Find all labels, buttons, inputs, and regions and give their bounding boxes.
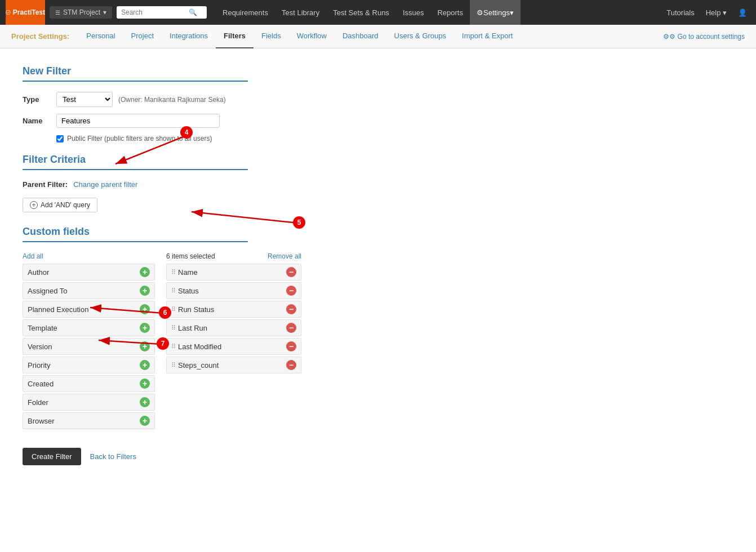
tab-fields[interactable]: Fields	[254, 25, 289, 48]
owner-text: (Owner: Manikanta Rajkumar Seka)	[118, 96, 226, 104]
nav-links: Requirements Test Library Test Sets & Ru…	[216, 0, 663, 25]
list-item: Priority +	[23, 357, 155, 373]
list-item: ⠿ Run Status −	[166, 301, 301, 318]
tab-import-export[interactable]: Import & Export	[454, 25, 521, 48]
remove-last-run-icon[interactable]: −	[286, 323, 296, 333]
type-select[interactable]: Test	[56, 92, 113, 107]
remove-all-link[interactable]: Remove all	[268, 252, 301, 260]
add-browser-icon[interactable]: +	[140, 416, 150, 426]
drag-handle-icon: ⠿	[171, 269, 176, 276]
tab-dashboard[interactable]: Dashboard	[335, 25, 386, 48]
account-settings-link[interactable]: ⚙⚙ Go to account settings	[663, 33, 745, 41]
tab-filters[interactable]: Filters	[216, 25, 254, 48]
selected-top-row: 6 items selected Remove all	[166, 252, 301, 260]
selected-fields-panel: 6 items selected Remove all ⠿ Name − ⠿ S…	[166, 252, 301, 375]
remove-run-status-icon[interactable]: −	[286, 304, 296, 314]
list-item: ⠿ Steps_count −	[166, 357, 301, 373]
type-row: Type Test (Owner: Manikanta Rajkumar Sek…	[23, 92, 484, 107]
svg-point-0	[6, 10, 10, 14]
list-item: Created +	[23, 375, 155, 392]
create-filter-button[interactable]: Create Filter	[23, 448, 81, 465]
remove-steps-count-icon[interactable]: −	[286, 360, 296, 370]
list-item: Author +	[23, 264, 155, 281]
tab-workflow[interactable]: Workflow	[289, 25, 335, 48]
settings-tabs-bar: Project Settings: Personal Project Integ…	[0, 25, 756, 48]
list-item: ⠿ Last Modified −	[166, 338, 301, 355]
type-label: Type	[23, 95, 56, 104]
public-filter-label: Public Filter (public filters are shown …	[67, 135, 212, 143]
list-item: Folder +	[23, 394, 155, 411]
custom-fields-layout: Add all Author + Assigned To + Planned E…	[23, 252, 484, 431]
app-logo[interactable]: PractiTest	[6, 0, 45, 25]
add-planned-execution-icon[interactable]: +	[140, 304, 150, 314]
search-input[interactable]	[121, 8, 189, 16]
name-row: Name	[23, 114, 484, 128]
drag-handle-icon: ⠿	[171, 306, 176, 313]
list-item: Browser +	[23, 412, 155, 429]
nav-requirements[interactable]: Requirements	[216, 0, 275, 25]
custom-fields-title: Custom fields	[23, 226, 248, 242]
add-and-query-button[interactable]: + Add 'AND' query	[23, 198, 97, 212]
remove-last-modified-icon[interactable]: −	[286, 341, 296, 351]
add-version-icon[interactable]: +	[140, 341, 150, 351]
badge-5: 5	[293, 216, 305, 229]
top-navigation: PractiTest ☰ STM Project ▾ 🔍 Requirement…	[0, 0, 756, 25]
add-template-icon[interactable]: +	[140, 323, 150, 333]
settings-label: Project Settings:	[11, 32, 69, 41]
nav-help[interactable]: Help ▾	[702, 8, 730, 17]
selected-count: 6 items selected	[166, 252, 215, 260]
user-icon[interactable]: 👤	[735, 8, 750, 17]
search-icon: 🔍	[189, 8, 197, 16]
list-item: Version +	[23, 338, 155, 355]
remove-name-icon[interactable]: −	[286, 267, 296, 277]
add-author-icon[interactable]: +	[140, 267, 150, 277]
drag-handle-icon: ⠿	[171, 343, 176, 350]
name-input[interactable]	[56, 114, 220, 128]
drag-handle-icon: ⠿	[171, 287, 176, 295]
drag-handle-icon: ⠿	[171, 324, 176, 332]
nav-settings[interactable]: ⚙ Settings ▾	[470, 0, 521, 25]
nav-reports[interactable]: Reports	[430, 0, 470, 25]
add-folder-icon[interactable]: +	[140, 397, 150, 407]
filter-criteria-title: Filter Criteria	[23, 154, 248, 170]
list-item: ⠿ Name −	[166, 264, 301, 281]
nav-right: Tutorials Help ▾ 👤	[663, 8, 750, 17]
available-fields-panel: Add all Author + Assigned To + Planned E…	[23, 252, 155, 431]
add-priority-icon[interactable]: +	[140, 360, 150, 370]
search-box[interactable]: 🔍	[117, 6, 207, 19]
add-assigned-to-icon[interactable]: +	[140, 286, 150, 296]
main-content: New Filter Type Test (Owner: Manikanta R…	[0, 48, 507, 482]
svg-line-3	[192, 212, 299, 223]
project-label: STM Project	[63, 8, 100, 16]
list-item: ⠿ Last Run −	[166, 319, 301, 336]
nav-tutorials[interactable]: Tutorials	[663, 8, 697, 17]
public-filter-checkbox[interactable]	[56, 135, 64, 143]
change-parent-link[interactable]: Change parent filter	[73, 180, 137, 189]
add-created-icon[interactable]: +	[140, 379, 150, 389]
list-item: ⠿ Status −	[166, 282, 301, 299]
list-item: Planned Execution +	[23, 301, 155, 318]
back-to-filters-link[interactable]: Back to Filters	[90, 452, 136, 461]
footer-row: Create Filter Back to Filters	[23, 448, 484, 465]
add-all-link[interactable]: Add all	[23, 252, 43, 260]
nav-test-library[interactable]: Test Library	[275, 0, 326, 25]
tab-personal[interactable]: Personal	[78, 25, 123, 48]
list-item: Template +	[23, 319, 155, 336]
parent-filter-row: Parent Filter: Change parent filter	[23, 180, 484, 189]
add-all-row: Add all	[23, 252, 155, 260]
remove-status-icon[interactable]: −	[286, 286, 296, 296]
tab-users-groups[interactable]: Users & Groups	[386, 25, 454, 48]
tab-integrations[interactable]: Integrations	[162, 25, 216, 48]
tab-project[interactable]: Project	[123, 25, 162, 48]
list-item: Assigned To +	[23, 282, 155, 299]
new-filter-title: New Filter	[23, 65, 248, 82]
name-label: Name	[23, 117, 56, 125]
plus-circle-icon: +	[30, 201, 38, 209]
drag-handle-icon: ⠿	[171, 362, 176, 369]
nav-test-sets[interactable]: Test Sets & Runs	[326, 0, 396, 25]
project-selector[interactable]: ☰ STM Project ▾	[50, 6, 112, 19]
parent-filter-label: Parent Filter:	[23, 180, 68, 189]
nav-issues[interactable]: Issues	[396, 0, 431, 25]
public-filter-row: Public Filter (public filters are shown …	[56, 135, 484, 143]
